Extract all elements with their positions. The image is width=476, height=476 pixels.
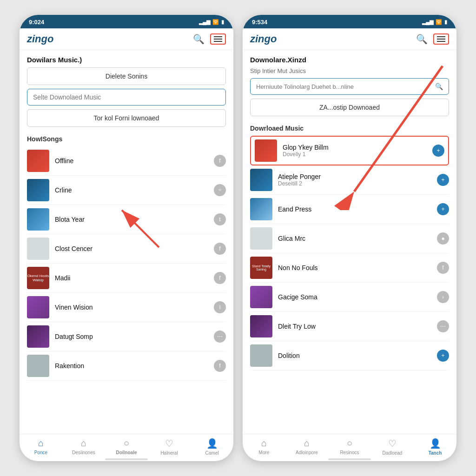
song-info-3: Clost Cencer <box>55 245 214 252</box>
song-action-7[interactable]: f <box>214 360 226 372</box>
status-icons-1: ▂▄▆ 🛜 ▮ <box>199 19 224 25</box>
songs-header-2: Dowrloaed Music <box>250 125 449 132</box>
song-info-p2-0: Glop Ykey Billm Dovelly 1 <box>283 144 432 158</box>
wifi-icon: 🛜 <box>212 19 219 25</box>
song-title-7: Rakention <box>55 362 214 370</box>
search-icon-2[interactable]: 🔍 <box>416 33 428 45</box>
search-input-1[interactable] <box>33 93 220 101</box>
song-thumb-7 <box>27 355 49 377</box>
search-icon-1[interactable]: 🔍 <box>193 33 205 45</box>
nav-more[interactable]: ⌂ More <box>243 438 285 456</box>
song-item-7[interactable]: Rakention f <box>27 351 226 381</box>
song-title-1: Crline <box>55 186 214 194</box>
nav-doilnoale[interactable]: ○ Doilnoale <box>105 438 148 456</box>
nav-resinocs-label: Resinocs <box>340 450 359 455</box>
search-box-2[interactable]: 🔍 <box>250 78 449 95</box>
song-title-4: Madii <box>55 274 214 282</box>
song-item-p2-6[interactable]: Dleit Try Low ⋯ <box>250 312 449 341</box>
song-title-p2-1: Atieple Ponger <box>278 173 437 180</box>
song-info-0: Offline <box>55 157 214 165</box>
song-sub-p2-1: Deseitill 2 <box>278 180 437 187</box>
nav-dadloead[interactable]: ♡ Dadloead <box>371 438 414 456</box>
song-action-p2-0[interactable]: + <box>432 145 444 157</box>
song-title-p2-4: Non No Fouls <box>278 264 437 271</box>
section-title-1: Dowilars Music.) <box>27 56 226 64</box>
section-subtitle-2: Stip Intier Mut Jusics <box>250 67 449 74</box>
song-action-4[interactable]: f <box>214 272 226 284</box>
nav-tanch[interactable]: 👤 Tanch <box>414 438 456 456</box>
delete-songs-btn[interactable]: Dielete Sonins <box>27 67 226 85</box>
header-icons-1: 🔍 <box>193 33 226 45</box>
song-title-p2-3: Glica Mrc <box>278 235 437 242</box>
nav-dadloead-label: Dadloead <box>383 450 403 456</box>
song-action-1[interactable]: ÷ <box>214 184 226 196</box>
song-item-1[interactable]: Crline ÷ <box>27 176 226 205</box>
nav-ponce[interactable]: ⌂ Ponce <box>20 438 62 456</box>
song-action-p2-3[interactable]: ● <box>437 232 449 245</box>
song-action-2[interactable]: t <box>214 213 226 225</box>
song-item-4[interactable]: Okend Hoots Walsip Madii f <box>27 264 226 293</box>
song-thumb-6 <box>27 325 49 348</box>
song-action-5[interactable]: i <box>214 301 226 313</box>
song-item-p2-4[interactable]: Stand Totally Saning Non No Fouls f <box>250 253 449 283</box>
hamburger-btn-2[interactable] <box>433 33 449 45</box>
song-title-5: Vinen Wision <box>55 304 214 311</box>
song-item-6[interactable]: Datugt Somp ⋯ <box>27 322 226 351</box>
song-item-3[interactable]: Clost Cencer f <box>27 234 226 264</box>
song-action-p2-1[interactable]: + <box>437 174 449 186</box>
search-magnifier-icon: 🔍 <box>435 83 443 90</box>
content-2: Downolare.Xinzd Stip Intier Mut Jusics 🔍… <box>243 50 456 434</box>
song-title-3: Clost Cencer <box>55 245 214 252</box>
nav-doilnoale-icon: ○ <box>124 438 129 449</box>
song-info-p2-7: Dolition <box>278 352 437 359</box>
song-thumb-p2-3 <box>250 227 272 250</box>
song-item-p2-7[interactable]: Dolition + <box>250 341 449 370</box>
song-thumb-5 <box>27 296 49 318</box>
song-item-p2-3[interactable]: Glica Mrc ● <box>250 224 449 253</box>
nav-halneral[interactable]: ♡ Halneral <box>148 438 191 456</box>
format-download-btn[interactable]: Tor kol Forni lownoaed <box>27 109 226 127</box>
song-title-0: Offline <box>55 157 214 165</box>
song-action-p2-6[interactable]: ⋯ <box>437 320 449 332</box>
song-thumb-p2-5 <box>250 286 272 308</box>
song-action-p2-5[interactable]: › <box>437 291 449 303</box>
song-info-p2-4: Non No Fouls <box>278 264 437 271</box>
phone2-device: 9:534 ▂▄▆ 🛜 ▮ zingo 🔍 Downolare.Xinzd <box>243 15 456 461</box>
status-icons-2: ▂▄▆ 🛜 ▮ <box>422 19 447 25</box>
nav-dadloead-icon: ♡ <box>388 438 397 449</box>
song-title-2: Blota Year <box>55 216 214 223</box>
logo-1: zingo <box>27 33 53 45</box>
download-btn-2[interactable]: ZA...ostip Downoaed <box>250 99 449 116</box>
song-title-p2-6: Dleit Try Low <box>278 323 437 330</box>
song-action-p2-4[interactable]: f <box>437 262 449 274</box>
song-list-1: Offline f Crline ÷ Blota Year t <box>27 146 226 381</box>
nav-halneral-label: Halneral <box>160 450 178 456</box>
search-box-1[interactable] <box>27 89 226 106</box>
nav-desiinones-icon: ⌂ <box>81 438 86 449</box>
signal-icon: ▂▄▆ <box>199 19 210 25</box>
song-action-3[interactable]: f <box>214 243 226 255</box>
nav-desiinones[interactable]: ⌂ Desiinones <box>62 438 105 456</box>
search-input-2[interactable] <box>256 83 435 90</box>
bottom-nav-1: ⌂ Ponce ⌂ Desiinones ○ Doilnoale ♡ Halne… <box>20 434 233 457</box>
song-sub-p2-0: Dovelly 1 <box>283 151 432 158</box>
song-info-p2-1: Atieple Ponger Deseitill 2 <box>278 173 437 187</box>
song-item-0[interactable]: Offline f <box>27 146 226 176</box>
nav-resinocs[interactable]: ○ Resinocs <box>328 438 371 456</box>
logo-2: zingo <box>250 33 277 45</box>
song-action-p2-2[interactable]: + <box>437 203 449 215</box>
song-item-2[interactable]: Blota Year t <box>27 205 226 234</box>
song-thumb-1 <box>27 179 49 201</box>
nav-camel[interactable]: 👤 Camel <box>191 438 233 456</box>
nav-adloinpore-icon: ⌂ <box>304 438 310 449</box>
song-item-p2-5[interactable]: Gacige Soma › <box>250 283 449 312</box>
song-item-p2-0[interactable]: Glop Ykey Billm Dovelly 1 + <box>250 136 449 165</box>
song-action-6[interactable]: ⋯ <box>214 331 226 343</box>
song-item-p2-1[interactable]: Atieple Ponger Deseitill 2 + <box>250 165 449 195</box>
hamburger-btn-1[interactable] <box>210 33 226 45</box>
song-action-p2-7[interactable]: + <box>437 350 449 362</box>
song-action-0[interactable]: f <box>214 155 226 167</box>
nav-adloinpore[interactable]: ⌂ Adloinpore <box>285 438 328 456</box>
song-item-p2-2[interactable]: Eand Press + <box>250 195 449 224</box>
song-item-5[interactable]: Vinen Wision i <box>27 293 226 322</box>
